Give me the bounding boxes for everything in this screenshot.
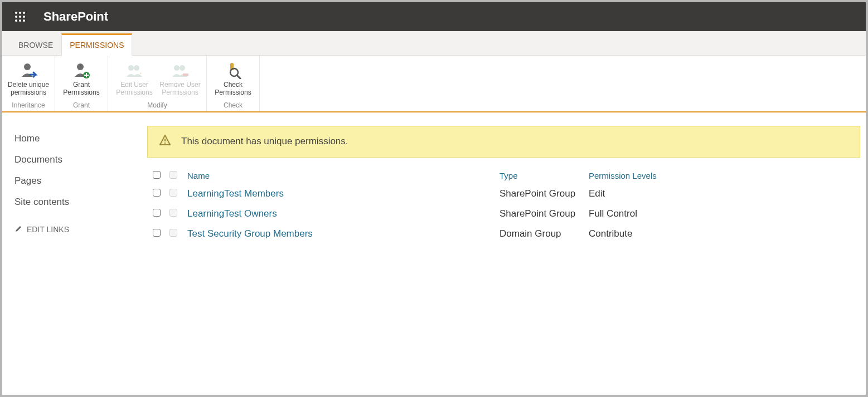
entity-type: SharePoint Group xyxy=(500,208,589,219)
person-plus-icon xyxy=(72,61,91,80)
ribbon-label: CheckPermissions xyxy=(215,81,251,97)
svg-point-5 xyxy=(23,16,25,18)
ribbon-group-inheritance: Delete uniquepermissions Inheritance xyxy=(2,56,55,111)
key-magnify-icon xyxy=(224,61,243,80)
warning-icon xyxy=(159,134,171,149)
svg-point-3 xyxy=(15,16,17,18)
col-header-name[interactable]: Name xyxy=(187,171,500,180)
svg-point-12 xyxy=(128,65,134,71)
table-header: Name Type Permission Levels xyxy=(147,168,860,184)
tab-strip: BROWSE PERMISSIONS xyxy=(2,31,866,56)
entity-name-link[interactable]: LearningTest Members xyxy=(187,188,500,199)
entity-type: SharePoint Group xyxy=(500,188,589,199)
col-header-level[interactable]: Permission Levels xyxy=(589,171,860,180)
svg-point-4 xyxy=(19,16,21,18)
ribbon-label: Delete uniquepermissions xyxy=(8,81,49,97)
entity-name-link[interactable]: Test Security Group Members xyxy=(187,228,500,239)
nav-item-site-contents[interactable]: Site contents xyxy=(14,192,142,213)
header-filter-checkbox[interactable] xyxy=(169,171,177,179)
app-launcher-icon[interactable] xyxy=(9,6,31,28)
row-checkbox[interactable] xyxy=(153,209,161,217)
info-banner-text: This document has unique permissions. xyxy=(181,136,348,147)
main-content: This document has unique permissions. Na… xyxy=(147,112,866,249)
svg-point-7 xyxy=(19,19,21,22)
delete-unique-permissions-button[interactable]: Delete uniquepermissions xyxy=(6,59,51,98)
entity-type: Domain Group xyxy=(500,228,589,239)
table-row: LearningTest Members SharePoint Group Ed… xyxy=(147,184,860,204)
ribbon-label: GrantPermissions xyxy=(63,81,99,97)
edit-links-button[interactable]: EDIT LINKS xyxy=(14,225,142,234)
svg-point-18 xyxy=(230,63,234,66)
people-remove-icon xyxy=(171,61,190,80)
ribbon-group-label: Inheritance xyxy=(6,101,51,109)
svg-point-6 xyxy=(15,19,17,22)
nav-item-pages[interactable]: Pages xyxy=(14,170,142,192)
col-header-type[interactable]: Type xyxy=(500,171,589,180)
person-arrow-icon xyxy=(19,61,38,80)
left-nav: Home Documents Pages Site contents EDIT … xyxy=(2,112,147,249)
entity-permission: Contribute xyxy=(589,228,860,239)
svg-point-10 xyxy=(77,63,84,70)
select-all-checkbox[interactable] xyxy=(153,171,161,179)
ribbon-group-grant: GrantPermissions Grant xyxy=(55,56,108,111)
row-checkbox[interactable] xyxy=(153,229,161,237)
ribbon-label: Edit UserPermissions xyxy=(116,81,152,97)
nav-item-home[interactable]: Home xyxy=(14,128,142,149)
ribbon-group-label: Check xyxy=(210,101,256,109)
edit-user-permissions-button: Edit UserPermissions xyxy=(111,59,157,98)
edit-links-label: EDIT LINKS xyxy=(27,225,69,234)
ribbon-group-label: Modify xyxy=(111,101,203,109)
table-row: LearningTest Owners SharePoint Group Ful… xyxy=(147,204,860,224)
ribbon-group-label: Grant xyxy=(59,101,104,109)
table-row: Test Security Group Members Domain Group… xyxy=(147,224,860,244)
row-checkbox[interactable] xyxy=(153,189,161,197)
nav-item-documents[interactable]: Documents xyxy=(14,149,142,170)
svg-point-9 xyxy=(24,63,31,70)
svg-point-8 xyxy=(23,19,25,22)
remove-user-permissions-button: Remove UserPermissions xyxy=(157,59,203,98)
ribbon-group-modify: Edit UserPermissions Remove UserPermissi… xyxy=(108,56,207,111)
permissions-table: Name Type Permission Levels LearningTest… xyxy=(147,168,860,244)
ribbon-label: Remove UserPermissions xyxy=(159,81,200,97)
suite-bar: SharePoint xyxy=(2,2,866,31)
svg-point-0 xyxy=(15,12,17,14)
tab-permissions[interactable]: PERMISSIONS xyxy=(61,33,132,56)
svg-point-22 xyxy=(164,142,166,143)
svg-point-15 xyxy=(180,65,185,71)
row-secondary-checkbox[interactable] xyxy=(169,209,177,217)
ribbon: Delete uniquepermissions Inheritance Gra… xyxy=(2,56,866,112)
grant-permissions-button[interactable]: GrantPermissions xyxy=(59,59,104,98)
row-secondary-checkbox[interactable] xyxy=(169,229,177,237)
info-banner: This document has unique permissions. xyxy=(147,126,860,158)
people-edit-icon xyxy=(125,61,144,80)
row-secondary-checkbox[interactable] xyxy=(169,189,177,197)
brand-title: SharePoint xyxy=(43,9,108,24)
check-permissions-button[interactable]: CheckPermissions xyxy=(210,59,256,98)
svg-point-1 xyxy=(19,12,21,14)
svg-line-20 xyxy=(237,75,240,79)
svg-rect-16 xyxy=(183,73,188,76)
pencil-icon xyxy=(14,225,22,234)
entity-name-link[interactable]: LearningTest Owners xyxy=(187,208,500,219)
svg-point-2 xyxy=(23,12,25,14)
svg-point-13 xyxy=(134,65,139,71)
svg-point-14 xyxy=(174,65,180,71)
entity-permission: Edit xyxy=(589,188,860,199)
entity-permission: Full Control xyxy=(589,208,860,219)
tab-browse[interactable]: BROWSE xyxy=(10,35,61,55)
ribbon-group-check: CheckPermissions Check xyxy=(207,56,260,111)
